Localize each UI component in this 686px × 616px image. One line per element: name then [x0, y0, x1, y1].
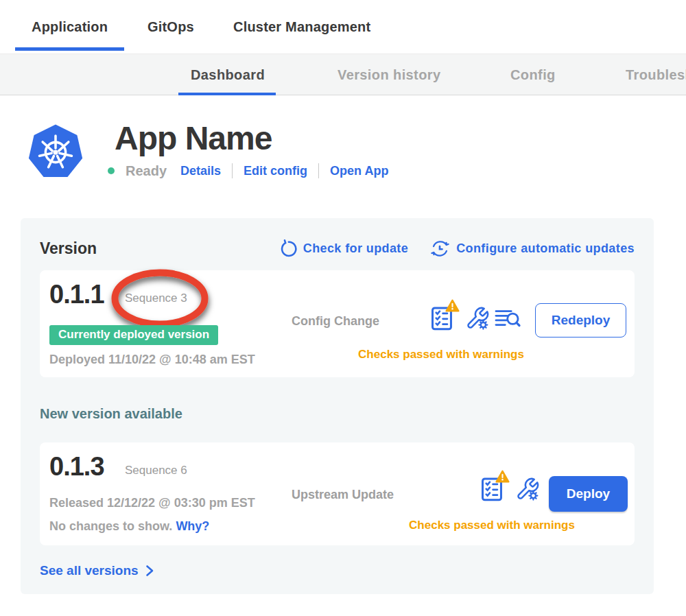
app-title: App Name	[115, 122, 388, 156]
chevron-right-icon	[144, 564, 155, 578]
tab-version-history-label: Version history	[338, 67, 441, 83]
currently-deployed-badge: Currently deployed version	[49, 325, 218, 345]
warning-triangle-icon	[445, 299, 460, 312]
version-heading: Version	[40, 239, 97, 258]
app-header: App Name Ready Details Edit config Open …	[26, 122, 388, 182]
config-wrench-icon[interactable]	[465, 306, 490, 331]
warning-triangle-icon	[495, 470, 510, 483]
see-all-versions-link[interactable]: See all versions	[40, 563, 635, 578]
deployed-version-card: 0.1.1 Sequence 3 Currently deployed vers…	[40, 270, 635, 377]
tab-config-label: Config	[510, 67, 556, 83]
no-changes-text: No changes to show. Why?	[49, 519, 209, 534]
view-files-icon[interactable]	[494, 307, 521, 330]
secondary-nav: Dashboard Version history Config Trouble…	[0, 54, 686, 95]
preflight-checks-icon-wrap[interactable]	[429, 305, 455, 332]
deployed-check-icons	[429, 305, 521, 332]
available-source-label: Upstream Update	[292, 488, 394, 502]
configure-automatic-updates-link[interactable]: Configure automatic updates	[430, 239, 635, 259]
tab-version-history[interactable]: Version history	[338, 54, 441, 95]
configure-automatic-updates-label: Configure automatic updates	[456, 241, 635, 256]
available-version-number: 0.1.3	[49, 452, 104, 482]
tab-troubleshoot-label: Troubleshoot	[626, 67, 686, 83]
see-all-versions-label: See all versions	[40, 563, 139, 578]
open-app-link[interactable]: Open App	[330, 164, 388, 178]
divider	[232, 163, 233, 178]
preflight-checks-icon-wrap[interactable]	[479, 475, 505, 503]
deployed-source-label: Config Change	[292, 314, 379, 329]
available-version-sequence: Sequence 6	[125, 464, 187, 477]
tab-dashboard[interactable]: Dashboard	[191, 54, 265, 95]
version-panel-header: Version Check for update	[40, 239, 635, 258]
auto-update-schedule-icon	[430, 239, 450, 259]
edit-config-link[interactable]: Edit config	[244, 164, 307, 178]
version-panel: Version Check for update	[21, 218, 654, 594]
tab-cluster-management-label: Cluster Management	[233, 19, 370, 35]
tab-gitops-label: GitOps	[147, 19, 194, 35]
tab-config[interactable]: Config	[510, 54, 556, 95]
deployed-version-sequence: Sequence 3	[125, 292, 187, 305]
divider	[318, 163, 319, 178]
deployed-version-number: 0.1.1	[49, 280, 104, 309]
why-link[interactable]: Why?	[176, 519, 209, 533]
tab-cluster-management[interactable]: Cluster Management	[233, 0, 370, 54]
released-at-text: Released 12/12/22 @ 03:30 pm EST	[49, 496, 255, 510]
config-wrench-icon[interactable]	[515, 477, 540, 501]
available-check-icons	[479, 475, 544, 503]
tab-troubleshoot[interactable]: Troubleshoot	[626, 54, 686, 95]
redeploy-button[interactable]: Redeploy	[535, 303, 626, 337]
tab-dashboard-label: Dashboard	[191, 67, 265, 83]
check-for-update-label: Check for update	[303, 241, 408, 256]
status-text: Ready	[126, 163, 167, 179]
tab-application-label: Application	[32, 19, 108, 35]
deployed-checks-status: Checks passed with warnings	[345, 348, 537, 362]
details-link[interactable]: Details	[180, 164, 221, 178]
tab-application[interactable]: Application	[32, 0, 108, 54]
app-status-row: Ready Details Edit config Open App	[108, 163, 388, 179]
available-version-card: 0.1.3 Sequence 6 Released 12/12/22 @ 03:…	[40, 442, 635, 545]
refresh-icon	[279, 239, 297, 258]
version-actions: Check for update Configure automatic upd…	[279, 239, 635, 259]
no-changes-label: No changes to show.	[49, 519, 172, 533]
primary-nav: Application GitOps Cluster Management	[0, 0, 686, 54]
deployed-at-text: Deployed 11/10/22 @ 10:48 am EST	[49, 353, 255, 367]
status-dot-icon	[108, 167, 115, 174]
new-version-heading: New version available	[40, 406, 635, 422]
tab-gitops[interactable]: GitOps	[147, 0, 194, 54]
available-checks-status: Checks passed with warnings	[396, 519, 588, 532]
app-title-block: App Name Ready Details Edit config Open …	[115, 122, 388, 182]
deploy-button[interactable]: Deploy	[549, 476, 628, 512]
check-for-update-link[interactable]: Check for update	[279, 239, 408, 258]
kubernetes-logo	[26, 122, 85, 182]
